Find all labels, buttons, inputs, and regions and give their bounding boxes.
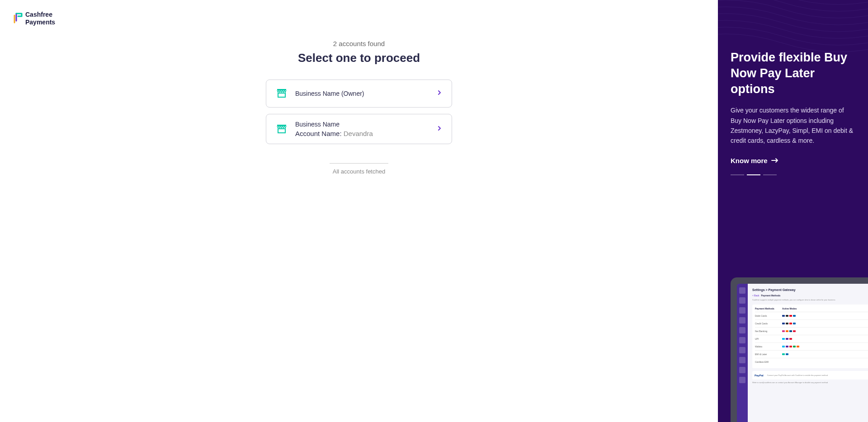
content-area: 2 accounts found Select one to proceed B… (237, 0, 481, 175)
mini-icon (793, 330, 796, 332)
laptop-col2: Active Modes (782, 307, 868, 310)
carousel-dot-2[interactable] (747, 174, 760, 175)
laptop-row-icons (782, 346, 868, 347)
mini-icon (789, 346, 792, 347)
mini-icon (793, 315, 796, 317)
sidebar-content: Provide flexible Buy Now Pay Later optio… (718, 0, 868, 175)
know-more-label: Know more (731, 157, 768, 164)
paypal-logo: PayPal (755, 374, 764, 377)
laptop-section: Payment Methods (761, 294, 781, 297)
mini-icon (797, 346, 799, 347)
laptop-breadcrumb-page: Payment Gateway (769, 288, 796, 291)
accounts-found-label: 2 accounts found (333, 40, 385, 47)
mini-icon (789, 323, 792, 324)
divider (330, 163, 388, 164)
laptop-row-icons (782, 330, 868, 332)
laptop-row: Credit Cards (755, 320, 868, 328)
promo-sidebar: Provide flexible Buy Now Pay Later optio… (718, 0, 868, 422)
laptop-back: < Back Payment Methods (752, 294, 868, 297)
laptop-sidebar-item (739, 377, 745, 383)
laptop-mock-main: Settings > Payment Gateway < Back Paymen… (748, 284, 868, 422)
laptop-row: UPI (755, 335, 868, 343)
svg-rect-1 (278, 129, 285, 133)
all-fetched-label: All accounts fetched (333, 168, 385, 175)
account-name-label: Account Name: (295, 130, 344, 137)
laptop-row-label: UPI (755, 338, 782, 340)
sidebar-description: Give your customers the widest range of … (731, 105, 855, 146)
laptop-sidebar-item (739, 297, 745, 304)
store-icon (275, 86, 288, 101)
laptop-row-label: Wallets (755, 345, 782, 348)
laptop-frame: Settings > Payment Gateway < Back Paymen… (731, 277, 868, 422)
laptop-row: Cardless EMI (755, 358, 868, 366)
laptop-table: Payment Methods Active Modes Other Avail… (752, 305, 868, 368)
laptop-sidebar-item (739, 367, 745, 373)
laptop-col1: Payment Methods (755, 307, 782, 310)
paypal-desc: Connect your PayPal Account with Cashfre… (767, 374, 868, 376)
mini-icon (782, 330, 785, 332)
laptop-header: Settings > Payment Gateway (752, 288, 868, 291)
laptop-row-label: Net Banking (755, 330, 782, 333)
laptop-row-icons (782, 353, 868, 355)
chevron-right-icon (436, 125, 443, 133)
laptop-row-icons (782, 323, 868, 324)
business-name: Business Name (Owner) (295, 90, 429, 97)
page-title: Select one to proceed (298, 51, 420, 65)
laptop-row-label: Cardless EMI (755, 361, 782, 363)
laptop-sidebar-item (739, 337, 745, 343)
mini-icon (786, 346, 788, 347)
laptop-paypal-card: PayPal Connect your PayPal Account with … (752, 371, 868, 380)
mini-icon (789, 330, 792, 332)
laptop-row-icons (782, 315, 868, 317)
mini-icon (782, 338, 785, 340)
account-info: Business Name (Owner) (295, 90, 429, 97)
laptop-row: Wallets (755, 343, 868, 351)
mini-icon (786, 315, 788, 317)
laptop-table-header: Payment Methods Active Modes Other Avail… (755, 307, 868, 312)
laptop-row: EMI & Later (755, 351, 868, 358)
carousel-dot-3[interactable] (763, 174, 777, 175)
laptop-screen: Settings > Payment Gateway < Back Paymen… (737, 284, 868, 422)
mini-icon (786, 353, 788, 355)
laptop-mock-sidebar (737, 284, 748, 422)
arrow-right-icon (771, 157, 778, 164)
carousel-pagination (731, 174, 855, 175)
logo-line1: Cashfree (25, 11, 55, 19)
svg-rect-0 (278, 93, 285, 97)
laptop-sidebar-item (739, 287, 745, 294)
laptop-row-label: Credit Cards (755, 322, 782, 325)
business-name: Business Name (295, 121, 429, 128)
laptop-sidebar-item (739, 357, 745, 363)
mini-icon (782, 353, 785, 355)
cashfree-logo: Cashfree Payments (14, 11, 55, 26)
know-more-link[interactable]: Know more (731, 157, 855, 164)
mini-icon (793, 323, 796, 324)
account-info: Business Name Account Name: Devandra (295, 121, 429, 137)
account-name-value: Devandra (344, 130, 373, 137)
laptop-row-icons (782, 338, 868, 340)
laptop-row: Net Banking (755, 328, 868, 335)
mini-icon (782, 323, 785, 324)
mini-icon (786, 338, 788, 340)
mini-icon (786, 330, 788, 332)
laptop-row: Debit Cards (755, 312, 868, 320)
carousel-dot-1[interactable] (731, 174, 744, 175)
laptop-mockup: Settings > Payment Gateway < Back Paymen… (731, 277, 868, 422)
mini-icon (789, 315, 792, 317)
mini-icon (789, 338, 792, 340)
mini-icon (782, 346, 785, 347)
account-card-owner[interactable]: Business Name (Owner) (266, 80, 452, 108)
logo-mark-icon (14, 13, 23, 24)
laptop-breadcrumb-settings: Settings (752, 288, 765, 291)
account-card-member[interactable]: Business Name Account Name: Devandra (266, 114, 452, 144)
laptop-sidebar-item (739, 307, 745, 314)
account-name-row: Account Name: Devandra (295, 130, 429, 137)
mini-icon (782, 315, 785, 317)
laptop-subtext: Cashfree supports multiple payment metho… (752, 299, 868, 301)
chevron-right-icon (436, 89, 443, 98)
mini-icon (793, 346, 796, 347)
laptop-row-label: Debit Cards (755, 314, 782, 317)
laptop-sidebar-item (739, 327, 745, 333)
laptop-sidebar-item (739, 347, 745, 353)
laptop-footer: Write to care@cashfree.com or contact yo… (752, 381, 868, 384)
